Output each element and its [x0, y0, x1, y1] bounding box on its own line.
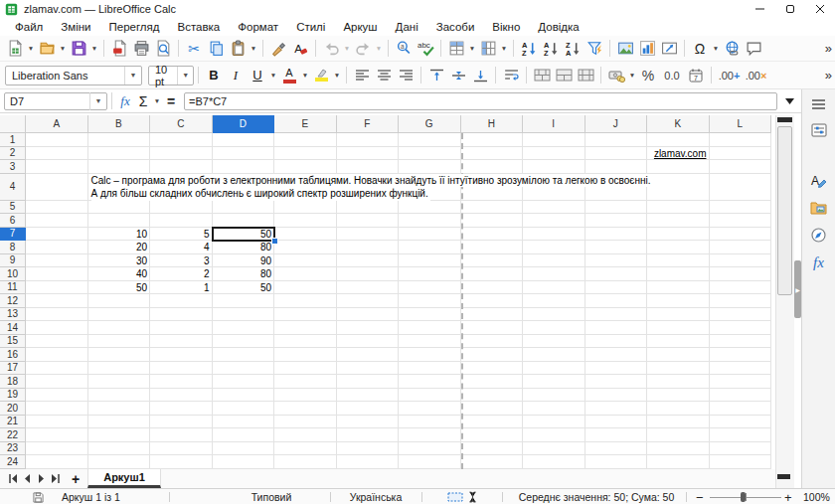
- cell[interactable]: [710, 321, 772, 335]
- insert-hyperlink-button[interactable]: [721, 38, 743, 60]
- cell[interactable]: [213, 335, 275, 349]
- cell[interactable]: [647, 442, 710, 456]
- cell[interactable]: [585, 160, 648, 174]
- cell[interactable]: [647, 375, 710, 389]
- cell[interactable]: [337, 147, 400, 161]
- cell[interactable]: [523, 308, 585, 322]
- column-header-H[interactable]: H: [461, 115, 524, 133]
- cell[interactable]: [274, 321, 337, 335]
- cell[interactable]: [88, 214, 151, 228]
- cell[interactable]: [461, 133, 524, 147]
- cell[interactable]: [274, 281, 337, 295]
- cell[interactable]: [26, 416, 88, 429]
- cell[interactable]: [523, 321, 585, 335]
- cell[interactable]: [337, 389, 400, 403]
- spreadsheet-grid[interactable]: ABCDEFGHIJKL1234567891011121314151617181…: [0, 115, 774, 469]
- cell[interactable]: [26, 228, 88, 242]
- print-preview-button[interactable]: [152, 38, 174, 60]
- cell[interactable]: [647, 294, 710, 308]
- cell[interactable]: [523, 442, 585, 456]
- find-replace-button[interactable]: a: [393, 38, 415, 60]
- cell[interactable]: [523, 402, 585, 416]
- cell[interactable]: [213, 428, 275, 442]
- cell[interactable]: [710, 201, 772, 215]
- column-header-J[interactable]: J: [585, 115, 648, 133]
- cell[interactable]: [337, 335, 400, 349]
- cell[interactable]: [523, 228, 585, 242]
- cell[interactable]: [399, 281, 461, 295]
- cell[interactable]: [274, 428, 337, 442]
- language-status[interactable]: Українська: [331, 490, 420, 504]
- menu-window[interactable]: Вікно: [483, 20, 529, 34]
- cell[interactable]: [647, 267, 710, 281]
- cell[interactable]: [461, 442, 524, 456]
- cell-value[interactable]: 80: [213, 267, 275, 281]
- highlight-color-dropdown[interactable]: ▼: [332, 65, 342, 86]
- cell[interactable]: [337, 254, 400, 268]
- cell[interactable]: [213, 214, 275, 228]
- cell[interactable]: [26, 294, 88, 308]
- underline-button[interactable]: U: [247, 65, 268, 86]
- cell[interactable]: [647, 254, 710, 268]
- cell[interactable]: [213, 147, 275, 161]
- cell[interactable]: [150, 160, 213, 174]
- cell[interactable]: [399, 389, 461, 403]
- cell[interactable]: [585, 455, 648, 469]
- column-header-K[interactable]: K: [647, 115, 710, 133]
- sidebar-navigator-button[interactable]: [806, 223, 832, 247]
- select-all-corner[interactable]: [0, 115, 26, 133]
- expand-formula-bar-button[interactable]: [779, 90, 799, 112]
- insert-image-button[interactable]: [614, 38, 636, 60]
- cell[interactable]: [26, 389, 88, 403]
- row-header-8[interactable]: 8: [0, 241, 26, 254]
- row-header-14[interactable]: 14: [0, 321, 26, 335]
- cell[interactable]: [337, 428, 400, 442]
- cell[interactable]: [399, 254, 461, 268]
- selection-handle[interactable]: [271, 238, 278, 245]
- name-box[interactable]: D7▼: [4, 92, 107, 110]
- cell[interactable]: [274, 254, 337, 268]
- cell[interactable]: [647, 335, 710, 349]
- cell[interactable]: [585, 214, 648, 228]
- cell[interactable]: [461, 241, 524, 254]
- cell[interactable]: [88, 147, 151, 161]
- merge-cells-button[interactable]: [553, 65, 575, 86]
- cell[interactable]: [337, 402, 400, 416]
- insert-text-box-button[interactable]: [658, 38, 680, 60]
- menu-help[interactable]: Довідка: [529, 20, 587, 34]
- align-top-button[interactable]: [425, 65, 447, 86]
- row-header-17[interactable]: 17: [0, 362, 26, 376]
- close-button[interactable]: [805, 0, 835, 18]
- menu-view[interactable]: Перегляд: [99, 20, 168, 34]
- cell[interactable]: [213, 133, 275, 147]
- formula-input[interactable]: =B7*C7: [184, 92, 777, 110]
- cell[interactable]: [523, 375, 585, 389]
- cell[interactable]: [399, 267, 461, 281]
- cell[interactable]: [585, 241, 648, 254]
- cell[interactable]: [337, 267, 400, 281]
- cell[interactable]: [213, 201, 275, 215]
- zoom-in-button[interactable]: +: [784, 490, 792, 504]
- cell[interactable]: [710, 241, 772, 254]
- save-button[interactable]: [68, 38, 89, 60]
- cell[interactable]: [150, 147, 213, 161]
- cell[interactable]: [337, 241, 400, 254]
- menu-insert[interactable]: Вставка: [169, 20, 230, 34]
- cell[interactable]: [150, 455, 213, 469]
- cell[interactable]: [88, 201, 151, 215]
- cell[interactable]: [647, 281, 710, 295]
- cell[interactable]: [461, 228, 524, 242]
- cell[interactable]: [461, 416, 524, 429]
- next-sheet-button[interactable]: [34, 471, 48, 487]
- previous-sheet-button[interactable]: [20, 471, 34, 487]
- cell-value[interactable]: 10: [88, 228, 151, 242]
- cell[interactable]: [213, 402, 275, 416]
- insert-columns-button[interactable]: [477, 38, 499, 60]
- cell[interactable]: [399, 160, 461, 174]
- sidebar-properties-button[interactable]: [806, 118, 832, 142]
- row-header-15[interactable]: 15: [0, 335, 26, 349]
- cell[interactable]: [274, 442, 337, 456]
- cell[interactable]: [710, 228, 772, 242]
- cell[interactable]: [523, 214, 585, 228]
- insert-comment-button[interactable]: [743, 38, 764, 60]
